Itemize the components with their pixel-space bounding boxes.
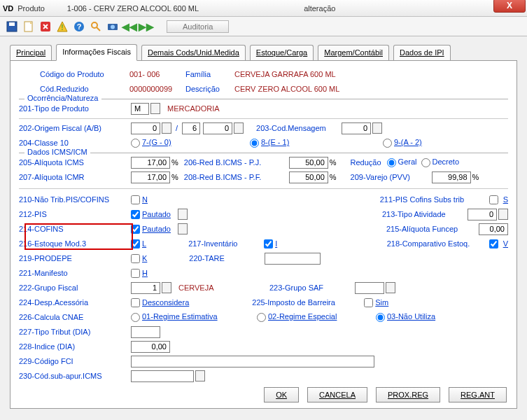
- f201-desc: MERCADORIA: [167, 104, 220, 113]
- row-202-203: 202-Origem Fiscal (A/B) / 203-Cod.Mensag…: [19, 118, 508, 150]
- tab-principal[interactable]: Principal: [10, 45, 52, 61]
- f226-opt1-radio[interactable]: [131, 313, 140, 322]
- f227-label: 227-Tipo Tribut (DIA): [19, 328, 131, 336]
- f230-input[interactable]: [131, 370, 194, 382]
- group-ocorrencia-legend: Ocorrência/Natureza: [24, 94, 101, 102]
- f229-input[interactable]: [131, 356, 374, 368]
- f212-chk-label: Pautado: [142, 210, 171, 218]
- f202-a-input[interactable]: [131, 122, 160, 134]
- f225-check[interactable]: [364, 298, 373, 307]
- f219-check[interactable]: [131, 254, 140, 263]
- f212-label: 212-PIS: [19, 210, 131, 218]
- reducao-decreto-radio[interactable]: [421, 158, 430, 167]
- f219-chk-label: K: [142, 254, 147, 262]
- toolbar-icon-next[interactable]: ▶▶: [140, 20, 153, 33]
- f210-check[interactable]: [131, 195, 140, 204]
- f204-opt7-radio[interactable]: [131, 139, 140, 148]
- f230-lookup-icon[interactable]: [195, 370, 205, 382]
- close-button[interactable]: X: [493, 0, 526, 13]
- reducao-geral-radio[interactable]: [387, 158, 396, 167]
- toolbar-icon-warn[interactable]: !: [56, 20, 69, 33]
- f215-input[interactable]: [479, 223, 508, 235]
- f204-opt9-radio[interactable]: [383, 139, 392, 148]
- f202-b2-input[interactable]: [203, 122, 232, 134]
- toolbar: ! ? ◀◀ ▶▶ Auditoria: [0, 17, 527, 36]
- f211-check[interactable]: [489, 195, 498, 204]
- f216-check[interactable]: [131, 239, 140, 248]
- f212-check[interactable]: [131, 210, 140, 219]
- toolbar-icon-save[interactable]: [6, 20, 18, 33]
- f224-label: 224-Desp.Acessória: [19, 298, 131, 307]
- f219-label: 219-PRODEPE: [19, 254, 131, 262]
- f202-a-lookup-icon[interactable]: [162, 122, 171, 134]
- group-ocorrencia: Ocorrência/Natureza 201-Tipo de Produto …: [19, 99, 508, 115]
- panel-info-fiscais: Código do Produto 001- 006 Família CERVE…: [10, 60, 517, 409]
- f214-lookup-icon[interactable]: [178, 223, 188, 234]
- toolbar-icon-help[interactable]: ?: [73, 20, 85, 33]
- toolbar-icon-prev[interactable]: ◀◀: [123, 20, 136, 33]
- toolbar-icon-new[interactable]: [22, 20, 35, 33]
- f223-input[interactable]: [355, 282, 384, 294]
- toolbar-icon-find[interactable]: [90, 20, 102, 33]
- f202-b-lookup-icon[interactable]: [234, 122, 244, 134]
- prox-reg-button[interactable]: PROX.REG: [376, 387, 440, 402]
- codigo-produto-value: 001- 006: [129, 70, 185, 78]
- reducao-decreto-label: Decreto: [433, 158, 460, 166]
- tab-strip: Principal Informações Fiscais Demais Cod…: [0, 36, 527, 60]
- f226-opt2-label: 02-Regime Especial: [268, 312, 337, 321]
- svg-text:?: ?: [77, 22, 82, 31]
- f226-opt1-label: 01-Regime Estimativa: [142, 312, 218, 321]
- auditoria-button[interactable]: Auditoria: [167, 20, 229, 33]
- f202-b1-input[interactable]: [182, 122, 200, 134]
- f218-label: 218-Comparativo Estoq.: [387, 239, 489, 248]
- title-product: 1-006 - CERV ZERO ALCOOL 600 ML: [67, 4, 199, 13]
- f222-input[interactable]: [131, 282, 160, 294]
- reg-ant-button[interactable]: REG.ANT: [449, 387, 507, 402]
- f207-input[interactable]: [131, 172, 170, 183]
- f210-label: 210-Não Trib.PIS/COFINS: [19, 195, 131, 204]
- f214-check[interactable]: [131, 225, 140, 234]
- f209-input[interactable]: [432, 172, 471, 183]
- tab-margem[interactable]: Margem/Contábil: [318, 45, 389, 61]
- tab-demais-cods[interactable]: Demais Cods/Unid.Medida: [141, 45, 246, 61]
- svg-rect-1: [9, 22, 15, 26]
- f227-input[interactable]: [131, 326, 160, 338]
- f221-check[interactable]: [131, 269, 140, 278]
- f203-lookup-icon[interactable]: [372, 122, 382, 134]
- f204-label: 204-Classe 10: [19, 139, 131, 147]
- f226-opt2-radio[interactable]: [257, 313, 266, 322]
- toolbar-icon-camera[interactable]: [106, 20, 119, 33]
- f226-opt3-radio[interactable]: [376, 313, 385, 322]
- f213-input[interactable]: [468, 209, 497, 220]
- tab-estoque[interactable]: Estoque/Carga: [250, 45, 314, 61]
- cancela-button[interactable]: CANCELA: [307, 387, 367, 402]
- reducao-label: Redução: [351, 158, 381, 167]
- f201-lookup-icon[interactable]: [150, 103, 160, 114]
- f201-input[interactable]: [131, 103, 149, 115]
- f223-lookup-icon[interactable]: [386, 282, 395, 293]
- f206-input[interactable]: [289, 157, 328, 169]
- f217-check[interactable]: [264, 239, 273, 248]
- f210-chk-label: N: [142, 195, 148, 204]
- f208-input[interactable]: [289, 172, 328, 183]
- tab-dados-ipi[interactable]: Dados de IPI: [393, 45, 451, 61]
- f204-opt8-radio[interactable]: [250, 139, 259, 148]
- close-icon: X: [507, 1, 512, 10]
- toolbar-icon-delete[interactable]: [39, 20, 52, 33]
- ok-button[interactable]: OK: [264, 387, 299, 402]
- f228-label: 228-Indice (DIA): [19, 342, 131, 351]
- f212-lookup-icon[interactable]: [178, 209, 188, 220]
- f218-check[interactable]: [489, 239, 498, 248]
- f222-lookup-icon[interactable]: [162, 282, 171, 293]
- svg-text:!: !: [61, 24, 63, 31]
- tab-info-fiscais[interactable]: Informações Fiscais: [56, 44, 137, 61]
- f213-lookup-icon[interactable]: [498, 209, 508, 220]
- f224-check[interactable]: [131, 298, 140, 307]
- f205-input[interactable]: [131, 157, 170, 169]
- f202-label: 202-Origem Fiscal (A/B): [19, 124, 131, 132]
- title-module: Produto: [17, 4, 45, 13]
- f228-input[interactable]: [131, 341, 170, 353]
- f220-input[interactable]: [265, 253, 321, 265]
- f203-input[interactable]: [342, 122, 371, 134]
- footer-buttons: OK CANCELA PROX.REG REG.ANT: [264, 387, 507, 402]
